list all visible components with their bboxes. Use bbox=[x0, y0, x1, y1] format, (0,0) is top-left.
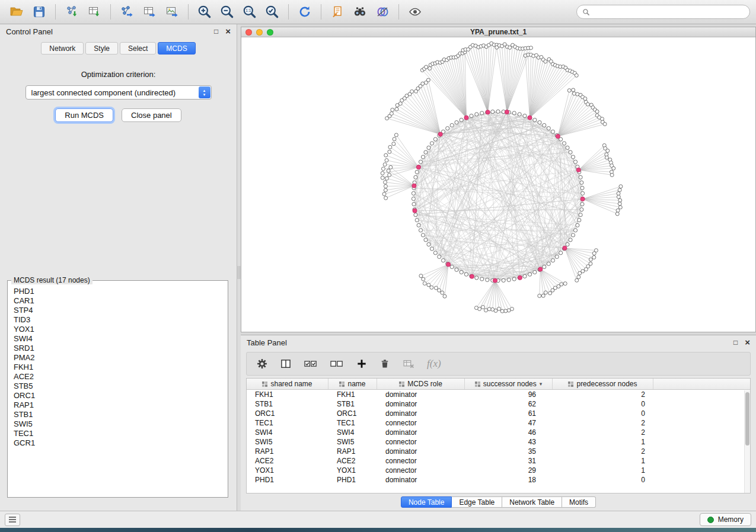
column-header-shared-name[interactable]: shared name bbox=[247, 379, 328, 389]
zoom-actual-size-button[interactable]: 1:1 bbox=[239, 2, 260, 21]
mcds-result-item[interactable]: PMA2 bbox=[8, 353, 228, 363]
share-document-icon bbox=[330, 5, 345, 19]
table-row-PHD1[interactable]: PHD1PHD1dominator180 bbox=[247, 475, 750, 485]
cell-predecessor-nodes: 2 bbox=[553, 447, 653, 456]
mcds-result-item[interactable]: STB1 bbox=[8, 410, 228, 419]
table-row-ORC1[interactable]: ORC1ORC1dominator610 bbox=[247, 409, 750, 418]
refresh-layout-button[interactable] bbox=[294, 2, 315, 21]
control-tab-select[interactable]: Select bbox=[120, 42, 156, 55]
cell-shared-name: FKH1 bbox=[247, 390, 328, 399]
table-tab-motifs[interactable]: Motifs bbox=[562, 496, 596, 508]
eye-icon bbox=[407, 5, 423, 19]
mcds-result-item[interactable]: TID3 bbox=[8, 315, 228, 325]
table-row-YOX1[interactable]: YOX1YOX1connector291 bbox=[247, 466, 750, 475]
scrollbar-thumb[interactable] bbox=[745, 392, 749, 446]
deselect-all-rows-button[interactable] bbox=[330, 358, 344, 370]
cell-predecessor-nodes: 0 bbox=[553, 409, 653, 418]
column-header-successor-nodes[interactable]: successor nodes▾ bbox=[465, 379, 553, 389]
export-table-button[interactable] bbox=[139, 2, 160, 21]
control-tab-network[interactable]: Network bbox=[41, 42, 84, 55]
memory-button[interactable]: Memory bbox=[700, 513, 751, 526]
cell-shared-name: SWI4 bbox=[247, 428, 328, 437]
show-hide-eye-button[interactable] bbox=[404, 2, 426, 21]
table-row-SWI4[interactable]: SWI4SWI4dominator462 bbox=[247, 428, 750, 437]
table-row-TEC1[interactable]: TEC1TEC1connector472 bbox=[247, 418, 750, 428]
open-folder-button[interactable] bbox=[6, 2, 27, 21]
criterion-select[interactable]: largest connected component (undirected)… bbox=[25, 85, 212, 100]
mcds-result-item[interactable]: ACE2 bbox=[8, 372, 228, 382]
share-document-button[interactable] bbox=[327, 2, 348, 21]
mcds-result-item[interactable]: YOX1 bbox=[8, 325, 228, 334]
toolbar-separator bbox=[321, 4, 321, 20]
zoom-out-button[interactable] bbox=[216, 2, 238, 21]
table-tab-network-table[interactable]: Network Table bbox=[502, 496, 562, 508]
save-button[interactable] bbox=[28, 2, 50, 21]
add-column-button[interactable] bbox=[356, 358, 368, 370]
cell-successor-nodes: 96 bbox=[465, 390, 553, 399]
import-table-button[interactable] bbox=[84, 2, 105, 21]
table-row-FKH1[interactable]: FKH1FKH1dominator962 bbox=[247, 390, 750, 399]
application-window: 1:1 Control Panel bbox=[0, 0, 756, 532]
select-all-rows-button[interactable] bbox=[304, 358, 318, 370]
cell-shared-name: YOX1 bbox=[247, 466, 328, 475]
column-header-name[interactable]: name bbox=[328, 379, 377, 389]
panel-menu-button[interactable] bbox=[5, 514, 20, 526]
table-row-SWI5[interactable]: SWI5SWI5connector431 bbox=[247, 437, 750, 447]
mcds-result-item[interactable]: CAR1 bbox=[8, 296, 228, 306]
column-header-predecessor-nodes[interactable]: predecessor nodes bbox=[553, 379, 653, 389]
mcds-result-item[interactable]: STP4 bbox=[8, 306, 228, 315]
cell-successor-nodes: 29 bbox=[465, 466, 553, 475]
cell-predecessor-nodes: 2 bbox=[553, 419, 653, 427]
mcds-result-item[interactable]: STB5 bbox=[8, 382, 228, 391]
memory-label: Memory bbox=[718, 515, 744, 524]
mcds-result-item[interactable]: FKH1 bbox=[8, 363, 228, 372]
mcds-result-item[interactable]: TEC1 bbox=[8, 429, 228, 438]
mcds-result-item[interactable]: GCR1 bbox=[8, 438, 228, 448]
close-panel-button[interactable]: Close panel bbox=[122, 108, 181, 122]
export-network-button[interactable] bbox=[116, 2, 138, 21]
mcds-result-item[interactable]: SWI4 bbox=[8, 334, 228, 344]
show-columns-button[interactable] bbox=[280, 358, 292, 370]
close-table-panel-icon[interactable]: × bbox=[745, 339, 750, 346]
mcds-result-item[interactable]: SWI5 bbox=[8, 419, 228, 429]
filter-venn-button[interactable] bbox=[372, 2, 393, 21]
control-tab-style[interactable]: Style bbox=[85, 42, 118, 55]
table-row-RAP1[interactable]: RAP1RAP1dominator352 bbox=[247, 447, 750, 456]
run-mcds-button[interactable]: Run MCDS bbox=[55, 108, 113, 122]
network-view[interactable] bbox=[241, 37, 755, 332]
table-tab-edge-table[interactable]: Edge Table bbox=[452, 496, 502, 508]
mcds-result-item[interactable]: SRD1 bbox=[8, 344, 228, 353]
cell-mcds-role: connector bbox=[377, 466, 465, 475]
zoom-in-button[interactable] bbox=[194, 2, 215, 21]
save-floppy-icon bbox=[32, 5, 46, 19]
mcds-result-item[interactable]: ORC1 bbox=[8, 391, 228, 400]
export-image-button[interactable] bbox=[161, 2, 183, 21]
close-panel-icon[interactable]: × bbox=[225, 28, 231, 35]
table-row-ACE2[interactable]: ACE2ACE2connector311 bbox=[247, 456, 750, 466]
float-table-panel-icon[interactable]: □ bbox=[733, 339, 738, 346]
zoom-in-icon bbox=[197, 4, 212, 20]
delete-column-button[interactable] bbox=[379, 358, 390, 370]
table-tab-node-table[interactable]: Node Table bbox=[401, 496, 452, 508]
network-window-title: YPA_prune.txt_1 bbox=[241, 28, 755, 36]
open-folder-icon bbox=[9, 5, 24, 19]
right-region: YPA_prune.txt_1 Table Panel □ × bbox=[241, 24, 756, 511]
zoom-fit-selected-button[interactable] bbox=[261, 2, 283, 21]
control-tab-mcds[interactable]: MCDS bbox=[158, 42, 195, 55]
table-scrollbar[interactable] bbox=[744, 390, 750, 493]
list-menu-icon bbox=[8, 516, 17, 523]
mcds-result-item[interactable]: RAP1 bbox=[8, 400, 228, 410]
table-row-STB1[interactable]: STB1STB1dominator620 bbox=[247, 399, 750, 409]
desktop-background bbox=[0, 528, 756, 532]
network-graph-canvas[interactable] bbox=[241, 37, 755, 332]
mcds-result-item[interactable]: PHD1 bbox=[8, 287, 228, 296]
search-binoculars-button[interactable] bbox=[349, 2, 371, 21]
column-header-MCDS-role[interactable]: MCDS role bbox=[377, 379, 465, 389]
search-input[interactable] bbox=[593, 8, 744, 16]
optimization-criterion-label: Optimization criterion: bbox=[0, 70, 237, 79]
table-settings-button[interactable] bbox=[256, 358, 268, 370]
search-box bbox=[576, 5, 750, 19]
cell-name: PHD1 bbox=[328, 476, 377, 484]
float-panel-icon[interactable]: □ bbox=[214, 28, 218, 35]
import-network-button[interactable] bbox=[61, 2, 82, 21]
